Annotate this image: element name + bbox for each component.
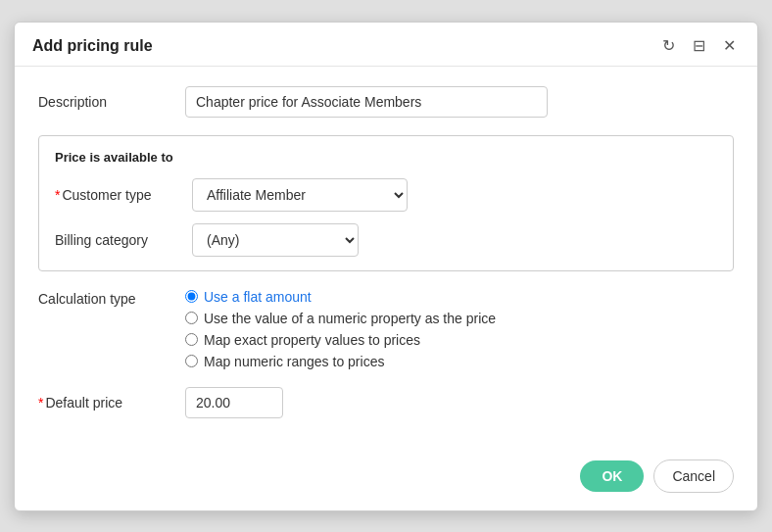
dialog-header: Add pricing rule ↻ ⊟ ✕ xyxy=(15,23,757,67)
dialog-controls: ↻ ⊟ ✕ xyxy=(658,36,740,56)
calc-radio-flat[interactable] xyxy=(185,290,198,303)
calc-option-exact-prop-label: Map exact property values to prices xyxy=(204,332,420,348)
price-section-legend: Price is available to xyxy=(55,150,717,165)
calc-option-flat-label: Use a flat amount xyxy=(204,289,312,305)
calc-option-numeric-prop[interactable]: Use the value of a numeric property as t… xyxy=(185,311,496,326)
cancel-button[interactable]: Cancel xyxy=(653,459,734,493)
calculation-type-label: Calculation type xyxy=(38,289,185,307)
calc-radio-numeric-prop[interactable] xyxy=(185,312,198,324)
billing-category-select[interactable]: (Any) Category A Category B xyxy=(192,223,359,257)
minimize-icon: ⊟ xyxy=(693,37,705,54)
description-label: Description xyxy=(38,94,185,110)
default-price-row: Default price xyxy=(38,387,734,418)
billing-category-row: Billing category (Any) Category A Catego… xyxy=(55,223,717,257)
close-icon: ✕ xyxy=(723,37,736,54)
calc-option-flat[interactable]: Use a flat amount xyxy=(185,289,496,305)
billing-category-label: Billing category xyxy=(55,232,192,248)
add-pricing-rule-dialog: Add pricing rule ↻ ⊟ ✕ Description Price… xyxy=(14,22,758,511)
default-price-label: Default price xyxy=(38,395,185,411)
dialog-title: Add pricing rule xyxy=(32,37,153,55)
dialog-footer: OK Cancel xyxy=(15,448,757,510)
customer-type-label: Customer type xyxy=(55,187,192,203)
close-button[interactable]: ✕ xyxy=(719,36,740,56)
calc-radio-numeric-ranges[interactable] xyxy=(185,355,198,367)
customer-type-select[interactable]: Affiliate Member Associate Member Regula… xyxy=(192,178,408,212)
price-available-section: Price is available to Customer type Affi… xyxy=(38,135,734,271)
calc-option-numeric-ranges-label: Map numeric ranges to prices xyxy=(204,354,384,369)
description-row: Description xyxy=(38,86,734,118)
calc-option-exact-prop[interactable]: Map exact property values to prices xyxy=(185,332,496,348)
minimize-button[interactable]: ⊟ xyxy=(689,36,709,56)
calc-option-numeric-prop-label: Use the value of a numeric property as t… xyxy=(204,311,496,326)
calc-radio-exact-prop[interactable] xyxy=(185,333,198,346)
dialog-body: Description Price is available to Custom… xyxy=(15,67,757,448)
refresh-icon: ↻ xyxy=(662,37,675,54)
customer-type-row: Customer type Affiliate Member Associate… xyxy=(55,178,717,212)
default-price-input[interactable] xyxy=(185,387,283,418)
calculation-options: Use a flat amount Use the value of a num… xyxy=(185,289,496,369)
calculation-type-section: Calculation type Use a flat amount Use t… xyxy=(38,289,734,369)
ok-button[interactable]: OK xyxy=(580,460,644,492)
description-input[interactable] xyxy=(185,86,548,118)
refresh-button[interactable]: ↻ xyxy=(658,36,679,56)
calc-option-numeric-ranges[interactable]: Map numeric ranges to prices xyxy=(185,354,496,369)
